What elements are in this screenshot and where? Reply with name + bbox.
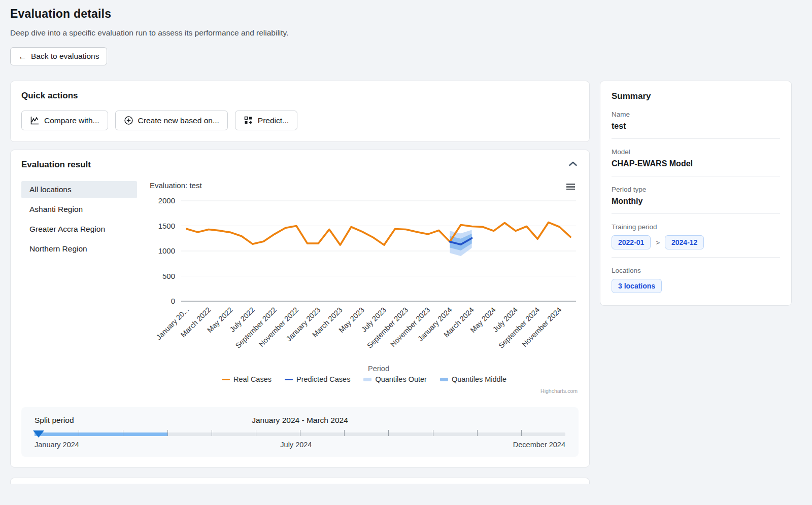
chart-context-menu-button[interactable]: [565, 182, 577, 192]
compare-with-button[interactable]: Compare with...: [21, 111, 108, 130]
field-label: Period type: [612, 186, 780, 193]
back-button-label: Back to evaluations: [31, 52, 99, 61]
slider-tick: [344, 430, 345, 436]
split-period-panel: Split period January 2024 - March 2024 J…: [21, 407, 579, 457]
slider-tick: [123, 430, 123, 436]
location-item-all-locations[interactable]: All locations: [21, 181, 137, 198]
svg-text:1000: 1000: [158, 246, 175, 255]
slider-tick: [79, 430, 79, 436]
split-period-header: Split period January 2024 - March 2024: [35, 416, 565, 427]
summary-card: Summary Name test Model CHAP-EWARS Model…: [600, 81, 792, 306]
right-column: Summary Name test Model CHAP-EWARS Model…: [600, 81, 792, 306]
field-value: test: [612, 122, 780, 131]
evaluation-result-body: All locations Ashanti Region Greater Acc…: [21, 181, 579, 394]
split-period-range: January 2024 - March 2024: [35, 416, 565, 425]
svg-text:1500: 1500: [158, 222, 175, 230]
slider-tick: [521, 430, 522, 436]
slider-tick: [477, 430, 478, 436]
slider-tick: [167, 430, 168, 436]
training-end-chip: 2024-12: [665, 235, 704, 249]
split-period-axis-labels: January 2024 July 2024 December 2024: [35, 441, 565, 449]
legend-item-quantiles-middle[interactable]: Quantiles Middle: [440, 375, 506, 383]
split-period-slider-track[interactable]: [35, 432, 565, 436]
training-start-chip: 2022-01: [612, 235, 651, 249]
quick-actions-card: Quick actions Compare with...: [10, 81, 590, 142]
split-period-slider-fill: [35, 432, 167, 436]
main-layout: Quick actions Compare with...: [10, 81, 802, 484]
create-new-based-on-button[interactable]: Create new based on...: [115, 111, 228, 130]
svg-text:November 2023: November 2023: [389, 306, 431, 348]
legend-item-predicted-cases[interactable]: Predicted Cases: [285, 375, 350, 383]
field-value: Monthly: [612, 197, 780, 206]
slider-tick: [256, 430, 256, 436]
slider-start-label: January 2024: [35, 441, 79, 449]
predict-button[interactable]: Predict...: [235, 111, 297, 130]
location-list: All locations Ashanti Region Greater Acc…: [21, 181, 137, 394]
chart-area: Evaluation: test 0500100015002000January…: [150, 181, 579, 394]
summary-field-locations: Locations 3 locations: [612, 267, 780, 293]
chevron-right-separator: >: [656, 239, 660, 246]
compare-with-label: Compare with...: [44, 116, 99, 125]
arrow-left-icon: ←: [18, 52, 27, 61]
quantiles-middle-swatch: [440, 378, 448, 381]
slider-tick: [433, 430, 433, 436]
slider-mid-label: July 2024: [280, 441, 312, 449]
chart-legend: Real Cases Predicted Cases Quantiles Out…: [150, 375, 579, 383]
svg-text:Period: Period: [368, 365, 389, 373]
slider-tick: [300, 430, 300, 436]
slider-end-label: December 2024: [513, 441, 565, 449]
create-new-based-on-label: Create new based on...: [138, 116, 219, 125]
back-button[interactable]: ← Back to evaluations: [10, 47, 107, 65]
legend-label: Quantiles Middle: [452, 375, 506, 383]
summary-field-period-type: Period type Monthly: [612, 186, 780, 214]
svg-text:November 2022: November 2022: [257, 306, 300, 348]
hamburger-menu-icon: [566, 184, 575, 190]
evaluation-result-card: Evaluation result All locations Ashanti …: [10, 150, 590, 467]
legend-label: Quantiles Outer: [375, 375, 427, 383]
page-title: Evaluation details: [10, 7, 802, 21]
quick-actions-title: Quick actions: [21, 91, 579, 101]
compare-chart-icon: [30, 116, 40, 125]
legend-item-quantiles-outer[interactable]: Quantiles Outer: [363, 375, 427, 383]
chevron-up-icon: [568, 161, 578, 168]
slider-tick: [388, 430, 389, 436]
left-column: Quick actions Compare with...: [10, 81, 590, 484]
legend-label: Real Cases: [233, 375, 272, 383]
location-item-greater-accra-region[interactable]: Greater Accra Region: [21, 221, 137, 238]
summary-field-name: Name test: [612, 111, 780, 139]
locations-count-chip: 3 locations: [612, 279, 662, 293]
quick-actions-row: Compare with... Create new based on...: [21, 111, 579, 130]
location-item-ashanti-region[interactable]: Ashanti Region: [21, 201, 137, 218]
location-item-northern-region[interactable]: Northern Region: [21, 240, 137, 258]
chart-title: Evaluation: test: [150, 181, 579, 190]
predict-grid-icon: [244, 116, 253, 125]
evaluation-result-header: Evaluation result: [21, 160, 579, 170]
field-label: Name: [612, 111, 780, 118]
collapse-button[interactable]: [567, 160, 579, 169]
evaluation-chart[interactable]: 0500100015002000January 20...March 2022M…: [150, 193, 578, 375]
legend-item-real-cases[interactable]: Real Cases: [222, 375, 272, 383]
svg-text:November 2024: November 2024: [520, 306, 563, 348]
slider-tick: [212, 430, 212, 436]
svg-text:2000: 2000: [158, 196, 175, 205]
predicted-cases-swatch: [285, 379, 293, 380]
training-period-chips: 2022-01 > 2024-12: [612, 235, 780, 249]
next-section-card-partial: [10, 478, 590, 484]
page: Evaluation details Deep dive into a spec…: [0, 0, 812, 484]
real-cases-swatch: [222, 379, 230, 380]
summary-title: Summary: [612, 91, 780, 101]
summary-field-model: Model CHAP-EWARS Model: [612, 148, 780, 176]
split-period-slider-handle[interactable]: [33, 430, 44, 438]
quantiles-outer-swatch: [363, 378, 371, 381]
page-subtitle: Deep dive into a specific evaluation run…: [10, 28, 802, 38]
highcharts-credit-link[interactable]: Highcharts.com: [150, 388, 578, 394]
field-value: CHAP-EWARS Model: [612, 159, 780, 168]
plus-circle-icon: [124, 116, 133, 125]
locations-chips: 3 locations: [612, 279, 780, 293]
legend-label: Predicted Cases: [296, 375, 350, 383]
predict-label: Predict...: [258, 116, 289, 125]
field-label: Locations: [612, 267, 780, 274]
field-label: Training period: [612, 223, 780, 231]
summary-field-training-period: Training period 2022-01 > 2024-12: [612, 223, 780, 258]
evaluation-result-title: Evaluation result: [21, 160, 91, 170]
